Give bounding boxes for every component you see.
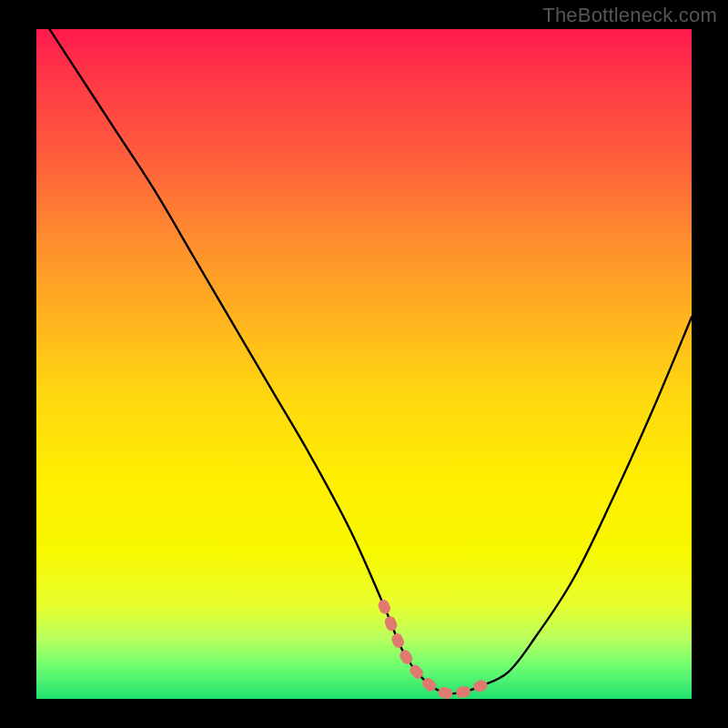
bottleneck-curve xyxy=(36,9,692,693)
curve-layer xyxy=(36,29,692,699)
watermark-text: TheBottleneck.com xyxy=(542,4,717,27)
highlight-region xyxy=(384,605,482,693)
plot-area xyxy=(36,29,692,699)
chart-frame: TheBottleneck.com xyxy=(0,0,728,728)
